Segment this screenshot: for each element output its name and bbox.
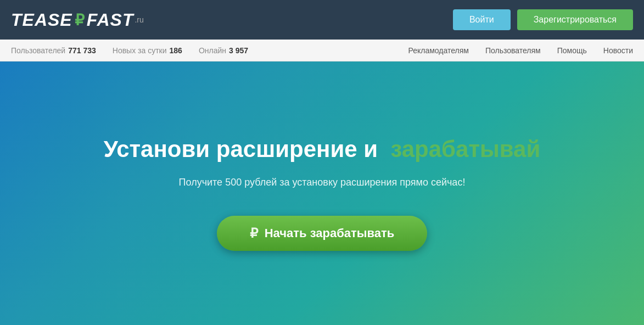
logo-tease: TEASE (11, 10, 72, 30)
hero-title-part2: зарабатывай (390, 136, 540, 162)
header: TEASE ₽ FAST .ru Войти Зарегистрироватьс… (0, 0, 644, 40)
hero-subtitle: Получите 500 рублей за установку расшире… (179, 177, 466, 188)
header-buttons: Войти Зарегистрироваться (453, 9, 633, 30)
register-button[interactable]: Зарегистрироваться (517, 9, 633, 30)
navbar: Пользователей 771 733 Новых за сутки 186… (0, 40, 644, 61)
navbar-stats: Пользователей 771 733 Новых за сутки 186… (11, 46, 248, 55)
login-button[interactable]: Войти (453, 9, 511, 30)
logo-ruble-icon: ₽ (75, 11, 85, 29)
cta-ruble-icon: ₽ (250, 226, 258, 241)
stat-users-label: Пользователей (11, 46, 65, 55)
logo: TEASE ₽ FAST .ru (11, 10, 144, 30)
navbar-links: Рекламодателям Пользователям Помощь Ново… (408, 46, 634, 55)
stat-online-value: 3 957 (229, 46, 248, 55)
stat-new-label: Новых за сутки (113, 46, 167, 55)
logo-ru: .ru (135, 15, 143, 24)
stat-online: Онлайн 3 957 (199, 46, 248, 55)
stat-online-label: Онлайн (199, 46, 226, 55)
stat-users-value: 771 733 (68, 46, 96, 55)
nav-news[interactable]: Новости (603, 46, 633, 55)
nav-advertisers[interactable]: Рекламодателям (408, 46, 469, 55)
stat-users: Пользователей 771 733 (11, 46, 96, 55)
stat-new-value: 186 (170, 46, 182, 55)
stat-new: Новых за сутки 186 (113, 46, 182, 55)
hero-section: Установи расширение и зарабатывай Получи… (0, 61, 644, 325)
hero-title-part1: Установи расширение и (104, 136, 378, 162)
nav-help[interactable]: Помощь (557, 46, 587, 55)
hero-title: Установи расширение и зарабатывай (104, 136, 541, 163)
cta-button[interactable]: ₽ Начать зарабатывать (217, 216, 428, 251)
nav-users[interactable]: Пользователям (485, 46, 541, 55)
logo-fast: FAST (87, 10, 134, 30)
cta-label: Начать зарабатывать (265, 226, 395, 240)
